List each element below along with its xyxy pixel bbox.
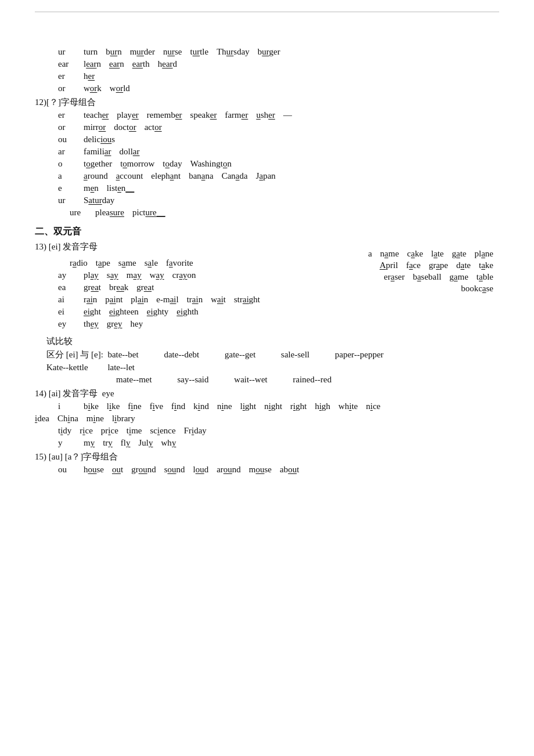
word: around	[217, 465, 241, 475]
word: turtle	[190, 47, 209, 57]
row-14-y: y my try fly July why	[35, 438, 499, 448]
word: dollar	[119, 147, 139, 157]
row-12-o: o together tomorrow today Washington	[35, 159, 499, 169]
pair: say--said	[177, 375, 208, 384]
section-14-label: 14) [ai] 发音字母 eye	[35, 388, 499, 399]
word: rice	[80, 426, 93, 436]
word: around	[84, 171, 108, 181]
word: radio	[70, 258, 88, 268]
row-ur: ur turn burn murder nurse turtle Thursda…	[35, 47, 499, 57]
word: date	[456, 261, 471, 270]
pair: sale-sell	[281, 350, 309, 359]
row-12-ou: ou delicious	[35, 135, 499, 144]
word: mine	[86, 414, 104, 424]
word: turn	[84, 47, 98, 57]
word: fly	[121, 438, 131, 448]
section-14: 14) [ai] 发音字母 eye i bike like fine five …	[35, 388, 499, 448]
word: eraser	[384, 272, 405, 282]
pair: bate--bet	[107, 350, 138, 359]
word: way	[150, 270, 164, 280]
word: burn	[106, 47, 122, 57]
label-12-e: e	[58, 183, 75, 193]
word: ground	[131, 465, 156, 475]
word: rain	[84, 295, 97, 305]
word: train	[187, 295, 203, 305]
word: baseball	[413, 272, 441, 282]
word: fine	[128, 401, 141, 411]
word: about	[280, 465, 299, 475]
word: sale	[145, 258, 158, 268]
row-or: or work world	[35, 84, 499, 93]
word: world	[110, 84, 130, 93]
label-ey: ey	[58, 319, 75, 329]
word: like	[107, 401, 120, 411]
word: her	[84, 71, 95, 81]
word: heard	[158, 59, 177, 69]
row-14-tidy: tidy rice price time science Friday	[35, 426, 499, 436]
word: price	[101, 426, 118, 436]
label-er: er	[58, 71, 75, 81]
word: earth	[132, 59, 150, 69]
word: time	[127, 426, 142, 436]
word: today	[163, 159, 182, 169]
word: remember	[147, 110, 182, 120]
word: account	[116, 171, 143, 181]
word: wait	[211, 295, 226, 305]
word: science	[150, 426, 176, 436]
word: light	[240, 401, 257, 411]
pair: paper--pepper	[335, 350, 384, 359]
section-15-label: 15) [au] [a？]字母组合	[35, 451, 499, 462]
word: usher	[256, 110, 275, 120]
word: Thursday	[217, 47, 250, 57]
row-13-radio: radio tape same sale favorite	[35, 258, 368, 268]
word: familiar	[84, 147, 111, 157]
top-section: ur turn burn murder nurse turtle Thursda…	[35, 47, 499, 93]
label-12-ou: ou	[58, 135, 75, 144]
pair: date--debt	[164, 350, 199, 359]
word: idea	[35, 414, 49, 424]
row-13-ay: ay play say may way crayon	[35, 270, 368, 280]
word: same	[118, 258, 136, 268]
label-12-a: a	[58, 171, 75, 181]
word: find	[171, 401, 185, 411]
word: gate	[452, 249, 466, 259]
word: work	[84, 84, 102, 93]
word: sound	[164, 465, 185, 475]
word: China	[57, 414, 78, 424]
row-13-ea: ea great break great	[35, 283, 368, 292]
word: plane	[474, 249, 493, 259]
word: crayon	[172, 270, 196, 280]
word: table	[477, 272, 493, 282]
word: learn	[84, 59, 101, 69]
row-13-ai: ai rain paint plain e-mail train wait st…	[35, 295, 368, 305]
word: hey	[131, 319, 143, 329]
label-14-i: i	[58, 401, 75, 411]
word: name	[380, 249, 399, 259]
row-14-i: i bike like fine five find kind nine lig…	[35, 401, 499, 411]
right-row-1: a name cake late gate plane	[368, 249, 493, 259]
word: July	[139, 438, 153, 448]
row-er-her: er her	[35, 71, 499, 81]
word: why	[161, 438, 176, 448]
label-12-ur: ur	[58, 196, 75, 205]
word: white	[338, 401, 358, 411]
word: April	[380, 261, 398, 270]
word: bookcase	[461, 284, 493, 294]
word: late	[431, 249, 444, 259]
word: a	[368, 249, 372, 259]
word: doctor	[114, 122, 136, 132]
word: eighteen	[109, 307, 139, 317]
compare-row-3: mate--met say--said wait--wet rained--re…	[116, 375, 499, 385]
word: Friday	[184, 426, 207, 436]
compare-section: 试比较 区分 [ei] 与 [e]: bate--bet date--debt …	[35, 336, 499, 385]
label-ear: ear	[58, 59, 75, 69]
word: picture__	[132, 208, 165, 218]
label-ur: ur	[58, 47, 75, 57]
section-12: 12)[？]字母组合 er teacher player remember sp…	[35, 97, 499, 218]
label-ei: ei	[58, 307, 75, 317]
word: five	[150, 401, 163, 411]
row-15-ou: ou house out ground sound loud around mo…	[35, 465, 499, 475]
word: kind	[193, 401, 209, 411]
word: plain	[131, 295, 148, 305]
word: out	[112, 465, 123, 475]
